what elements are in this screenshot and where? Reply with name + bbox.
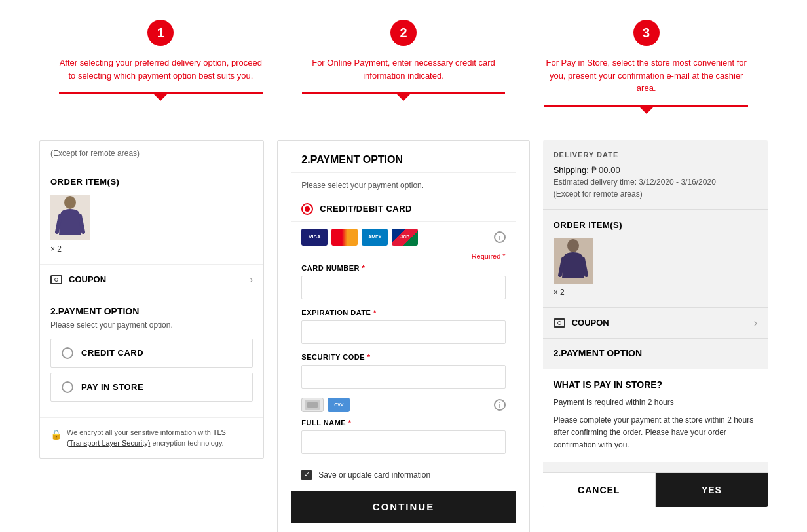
except-label: (Except for remote areas): [40, 141, 263, 166]
col2-title: 2.PAYMENT OPTION: [291, 141, 516, 173]
step-1-circle: 1: [147, 20, 174, 46]
delivery-date-label: DELIVERY DATE: [554, 151, 757, 159]
col3-product-qty: × 2: [554, 288, 757, 297]
coupon-icon: [50, 275, 62, 284]
col3-coupon-row[interactable]: COUPON ›: [543, 308, 768, 339]
step-2-description: For Online Payment, enter necessary cred…: [302, 56, 506, 82]
security-text: We encrypt all your sensitive informatio…: [67, 427, 253, 449]
payment-option-section: 2.PAYMENT OPTION Please select your paym…: [40, 295, 263, 417]
col3-coupon-icon: [554, 318, 565, 328]
product-qty: × 2: [50, 244, 253, 254]
continue-button[interactable]: CONTINUE: [291, 491, 516, 523]
col3-coupon-arrow-icon: ›: [754, 317, 757, 329]
main-content: (Except for remote areas) ORDER ITEM(S) …: [0, 121, 807, 533]
steps-header: 1 After selecting your preferred deliver…: [0, 0, 807, 107]
column-2: 2.PAYMENT OPTION Please select your paym…: [277, 140, 529, 533]
full-name-input[interactable]: [301, 430, 505, 454]
save-card-label: Save or update card information: [318, 470, 430, 480]
full-name-field: FULL NAME *: [291, 419, 516, 463]
step-2-column: 2 For Online Payment, enter necessary cr…: [282, 20, 525, 107]
step-1-description: After selecting your preferred delivery …: [59, 56, 263, 82]
card-logos-small: CVV i: [291, 398, 516, 419]
column-1: (Except for remote areas) ORDER ITEM(S) …: [39, 140, 277, 533]
col3-order-title: ORDER ITEM(S): [554, 220, 757, 230]
security-info-icon[interactable]: i: [494, 399, 506, 411]
security-notice: 🔒 We encrypt all your sensitive informat…: [40, 417, 263, 458]
col3-product-figure: [557, 239, 590, 282]
security-code-label: SECURITY CODE *: [301, 353, 505, 361]
required-note: Required *: [291, 252, 516, 264]
shipping-label: Shipping:: [554, 165, 589, 175]
card-number-field: CARD NUMBER *: [291, 264, 516, 309]
coupon-section[interactable]: COUPON ›: [40, 265, 263, 295]
card-small-2: CVV: [328, 398, 350, 412]
pay-in-store-section: WHAT IS PAY IN STORE? Payment is require…: [543, 369, 768, 463]
credit-debit-option[interactable]: CREDIT/DEBIT CARD: [291, 197, 516, 222]
svg-point-0: [64, 196, 76, 209]
action-buttons: CANCEL YES: [543, 472, 768, 507]
credit-card-label: CREDIT CARD: [81, 348, 143, 358]
mastercard-icon: [331, 229, 358, 246]
col3-payment-title: 2.PAYMENT OPTION: [543, 339, 768, 358]
page-wrapper: 1 After selecting your preferred deliver…: [0, 0, 807, 532]
order-items-title: ORDER ITEM(S): [50, 177, 253, 187]
coupon-arrow-icon: ›: [250, 274, 253, 286]
order-items-section: ORDER ITEM(S) × 2: [40, 166, 263, 265]
col2-subtitle: Please select your payment option.: [291, 173, 516, 190]
pay-in-store-line2: Please complete your payment at the stor…: [554, 414, 757, 452]
credit-card-radio[interactable]: [62, 347, 73, 359]
card-number-input[interactable]: [301, 276, 505, 299]
credit-card-option[interactable]: CREDIT CARD: [50, 339, 253, 368]
shipping-price: ₱ 00.00: [591, 165, 620, 175]
pay-in-store-option[interactable]: PAY IN STORE: [50, 373, 253, 402]
visa-card-icon: VISA: [301, 229, 328, 246]
column-3: DELIVERY DATE Shipping: ₱ 00.00 Estimate…: [530, 140, 768, 533]
estimated-delivery: Estimated delivery time: 3/12/2020 - 3/1…: [554, 178, 757, 187]
pay-in-store-label: PAY IN STORE: [81, 382, 143, 392]
card-number-label: CARD NUMBER *: [301, 264, 505, 272]
delivery-date-section: DELIVERY DATE Shipping: ₱ 00.00 Estimate…: [543, 140, 768, 210]
jcb-icon: JCB: [392, 229, 418, 246]
shipping-row: Shipping: ₱ 00.00: [554, 165, 757, 175]
yes-button[interactable]: YES: [656, 473, 768, 507]
svg-point-3: [567, 239, 579, 252]
col3-inner: DELIVERY DATE Shipping: ₱ 00.00 Estimate…: [543, 140, 768, 508]
card-small-1: [301, 398, 324, 412]
step-3-description: For Pay in Store, select the store most …: [544, 56, 748, 95]
step-2-divider: [302, 92, 506, 94]
security-code-field: SECURITY CODE *: [291, 353, 516, 398]
coupon-label: COUPON: [69, 275, 250, 284]
product-figure-svg: [54, 196, 86, 238]
col3-except-note: (Except for remote areas): [554, 189, 757, 199]
svg-rect-2: [307, 402, 318, 408]
amex-icon: AMEX: [362, 229, 388, 246]
cancel-button[interactable]: CANCEL: [543, 473, 656, 507]
expiration-date-label: EXPIRATION DATE *: [301, 309, 505, 316]
col3-order-section: ORDER ITEM(S) × 2: [543, 210, 768, 308]
pay-in-store-title: WHAT IS PAY IN STORE?: [554, 379, 757, 390]
step-2-circle: 2: [390, 20, 417, 46]
card-chip-svg: [305, 400, 320, 410]
col3-product-thumbnail: [554, 238, 593, 284]
full-name-label: FULL NAME *: [301, 419, 505, 427]
lock-icon: 🔒: [50, 428, 62, 442]
pay-in-store-radio[interactable]: [62, 381, 73, 393]
card-icons-row: VISA AMEX JCB i: [291, 222, 516, 252]
pay-in-store-line1: Payment is required within 2 hours: [554, 396, 757, 409]
security-code-input[interactable]: [301, 365, 505, 389]
save-card-checkbox[interactable]: [301, 470, 312, 480]
step-1-column: 1 After selecting your preferred deliver…: [39, 20, 282, 107]
credit-debit-radio[interactable]: [301, 203, 313, 215]
card-info-icon[interactable]: i: [494, 231, 506, 243]
step-1-divider: [59, 92, 263, 94]
save-card-row: Save or update card information: [291, 463, 516, 491]
payment-option-subtitle: Please select your payment option.: [50, 320, 253, 330]
col1-inner: (Except for remote areas) ORDER ITEM(S) …: [39, 140, 264, 459]
col3-coupon-label: COUPON: [572, 318, 754, 328]
credit-debit-label: CREDIT/DEBIT CARD: [320, 204, 412, 214]
expiration-date-input[interactable]: [301, 320, 505, 344]
step-3-circle: 3: [633, 20, 660, 46]
payment-option-title: 2.PAYMENT OPTION: [50, 306, 253, 316]
step-3-column: 3 For Pay in Store, select the store mos…: [525, 20, 768, 107]
product-thumbnail: [50, 195, 90, 240]
